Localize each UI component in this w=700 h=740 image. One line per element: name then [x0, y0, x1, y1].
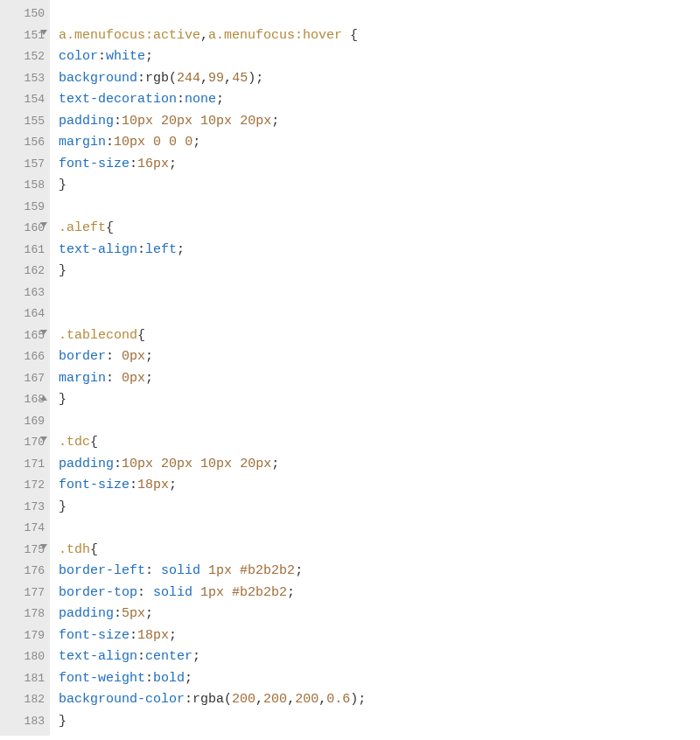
token-num: 16px — [137, 157, 169, 171]
token-prop: text-align — [59, 242, 137, 257]
code-line[interactable]: margin:10px 0 0 0; — [59, 132, 700, 154]
code-line[interactable]: } — [59, 175, 700, 197]
code-line[interactable]: text-align:center; — [59, 646, 700, 668]
token-punct: } — [59, 714, 66, 729]
line-number: 164 — [9, 304, 45, 325]
token-prop: text-decoration — [59, 92, 177, 107]
token-punct: { — [342, 28, 358, 43]
line-number: 150 — [9, 3, 45, 25]
code-line[interactable] — [59, 283, 700, 304]
fold-open-icon[interactable] — [40, 222, 47, 227]
code-line[interactable]: .tdh{ — [59, 540, 700, 562]
code-line[interactable]: padding:5px; — [59, 604, 700, 625]
code-line[interactable]: .tdc{ — [59, 432, 700, 454]
line-number: 162 — [9, 261, 45, 283]
token-num: 0 — [169, 135, 177, 150]
code-line[interactable]: font-size:18px; — [59, 475, 700, 497]
token-punct: ; — [185, 671, 192, 686]
code-line[interactable]: font-size:18px; — [59, 625, 700, 647]
code-area[interactable]: a.menufocus:active,a.menufocus:hover {co… — [50, 0, 700, 736]
token-punct: : — [145, 563, 161, 578]
line-number: 182 — [9, 689, 45, 711]
line-number: 165 — [9, 325, 45, 347]
line-number: 157 — [9, 154, 45, 176]
token-class: .menufocus — [216, 28, 295, 43]
code-line[interactable]: font-size:16px; — [59, 154, 700, 176]
code-line[interactable]: background:rgb(244,99,45); — [59, 68, 700, 90]
code-line[interactable] — [59, 3, 700, 25]
code-line[interactable]: .aleft{ — [59, 218, 700, 240]
token-punct: : — [137, 242, 145, 257]
token-punct: ( — [224, 692, 232, 707]
token-punct: : — [130, 157, 137, 171]
code-line[interactable]: padding:10px 20px 10px 20px; — [59, 111, 700, 133]
token-class: .tdc — [59, 435, 90, 450]
token-ident — [161, 135, 169, 150]
token-prop: font-weight — [59, 671, 145, 686]
token-num: 20px — [161, 114, 192, 129]
token-valkw: left — [145, 242, 177, 257]
fold-open-icon[interactable] — [40, 330, 47, 335]
line-number: 180 — [9, 646, 45, 668]
code-line[interactable] — [59, 411, 700, 433]
code-line[interactable]: a.menufocus:active,a.menufocus:hover { — [59, 25, 700, 47]
code-line[interactable] — [59, 304, 700, 325]
token-num: 10px — [200, 114, 232, 129]
token-valkw: none — [185, 92, 216, 107]
fold-open-icon[interactable] — [40, 544, 47, 549]
line-number: 154 — [9, 89, 45, 111]
token-class: .tablecond — [59, 328, 137, 343]
line-number: 172 — [9, 475, 45, 497]
code-line[interactable]: background-color:rgba(200,200,200,0.6); — [59, 689, 700, 711]
token-pseudo: :active — [145, 28, 200, 43]
code-line[interactable]: } — [59, 711, 700, 733]
code-line[interactable]: color:white; — [59, 46, 700, 68]
line-number: 153 — [9, 68, 45, 90]
fold-close-icon[interactable] — [40, 395, 47, 401]
token-num: 20px — [240, 457, 271, 471]
code-line[interactable]: border-top: solid 1px #b2b2b2; — [59, 583, 700, 604]
code-line[interactable]: } — [59, 261, 700, 283]
code-line[interactable]: font-weight:bold; — [59, 668, 700, 690]
token-punct: ; — [145, 349, 153, 364]
token-prop: background-color — [59, 692, 185, 707]
token-num: 200 — [263, 692, 287, 707]
code-line[interactable]: padding:10px 20px 10px 20px; — [59, 454, 700, 476]
code-line[interactable]: border: 0px; — [59, 346, 700, 368]
fold-open-icon[interactable] — [40, 436, 47, 442]
fold-open-icon[interactable] — [40, 30, 47, 35]
line-number: 176 — [9, 561, 45, 583]
token-punct: ; — [256, 71, 263, 86]
token-punct: ) — [248, 71, 256, 86]
code-line[interactable]: .tablecond{ — [59, 325, 700, 347]
token-punct: : — [185, 692, 192, 707]
token-num: 99 — [208, 71, 224, 86]
token-punct: ; — [169, 628, 177, 643]
token-punct: : — [114, 114, 122, 129]
token-ident — [177, 135, 185, 150]
code-editor[interactable]: 1501511521531541551561571581591601611621… — [0, 0, 700, 736]
code-line[interactable] — [59, 197, 700, 219]
code-line[interactable]: border-left: solid 1px #b2b2b2; — [59, 561, 700, 583]
line-number: 179 — [9, 625, 45, 647]
token-valkw: solid — [153, 585, 192, 600]
line-number: 168 — [9, 389, 45, 411]
token-num: 20px — [240, 114, 271, 129]
token-prop: border — [59, 349, 106, 364]
token-num: 0 — [185, 135, 192, 150]
token-ident — [153, 114, 161, 129]
token-num: 20px — [161, 457, 192, 471]
line-number: 151 — [9, 25, 45, 47]
line-number: 152 — [9, 46, 45, 68]
token-punct: } — [59, 178, 66, 192]
code-line[interactable] — [59, 518, 700, 540]
code-line[interactable]: } — [59, 497, 700, 519]
code-line[interactable]: text-decoration:none; — [59, 89, 700, 111]
code-line[interactable]: } — [59, 389, 700, 411]
token-punct: ; — [145, 49, 153, 64]
token-class: .aleft — [59, 220, 106, 235]
token-func: rgb — [145, 71, 169, 86]
token-punct: ; — [216, 92, 224, 107]
code-line[interactable]: margin: 0px; — [59, 368, 700, 390]
code-line[interactable]: text-align:left; — [59, 240, 700, 262]
